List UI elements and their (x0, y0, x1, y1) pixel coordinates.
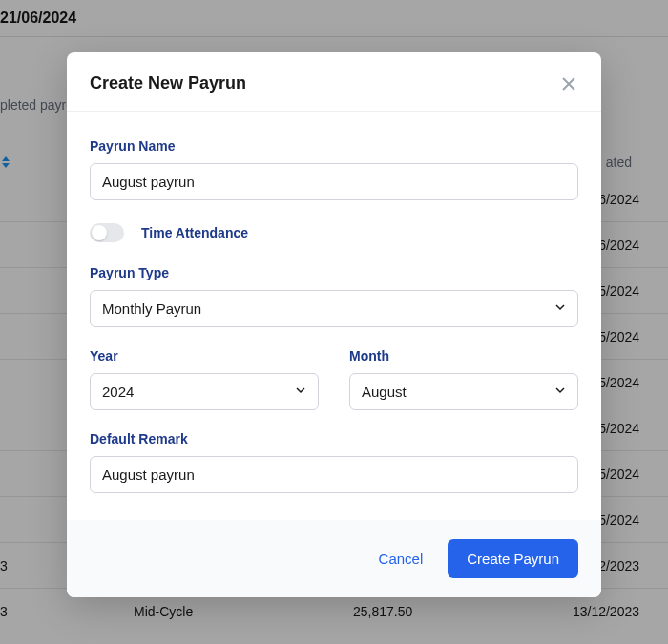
payrun-name-label: Payrun Name (90, 138, 578, 154)
payrun-type-group: Payrun Type Monthly Payrun (90, 265, 578, 327)
toggle-knob (92, 225, 107, 240)
payrun-name-group: Payrun Name (90, 138, 578, 200)
default-remark-label: Default Remark (90, 431, 578, 447)
default-remark-group: Default Remark (90, 431, 578, 493)
modal-title: Create New Payrun (90, 73, 246, 93)
modal-footer: Cancel Create Payrun (67, 520, 601, 597)
default-remark-input[interactable] (90, 456, 578, 493)
payrun-type-label: Payrun Type (90, 265, 578, 280)
time-attendance-label: Time Attendance (141, 225, 248, 240)
close-icon (559, 74, 578, 93)
time-attendance-group: Time Attendance (90, 223, 578, 242)
modal-header: Create New Payrun (67, 52, 601, 112)
year-month-row: Year 2024 Month August (90, 348, 578, 410)
month-select[interactable]: August (349, 373, 578, 410)
year-group: Year 2024 (90, 348, 319, 410)
modal-body: Payrun Name Time Attendance Payrun Type … (67, 112, 601, 520)
year-select[interactable]: 2024 (90, 373, 319, 410)
year-label: Year (90, 348, 319, 364)
payrun-name-input[interactable] (90, 163, 578, 200)
close-button[interactable] (559, 74, 578, 93)
payrun-type-select[interactable]: Monthly Payrun (90, 290, 578, 327)
time-attendance-toggle[interactable] (90, 223, 124, 242)
month-group: Month August (349, 348, 578, 410)
create-payrun-modal: Create New Payrun Payrun Name Time Atten… (67, 52, 601, 597)
create-payrun-button[interactable]: Create Payrun (448, 539, 578, 578)
cancel-button[interactable]: Cancel (371, 541, 431, 576)
month-label: Month (349, 348, 578, 364)
